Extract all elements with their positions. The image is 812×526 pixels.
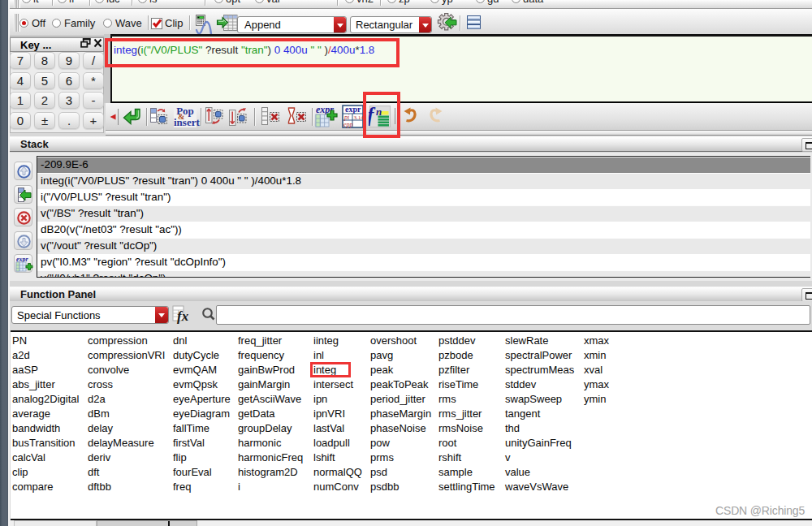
svg-text:expr: expr (345, 105, 361, 114)
svg-text:expr: expr (16, 256, 29, 263)
svg-text:epp: epp (343, 121, 353, 128)
svg-text:fx: fx (177, 308, 189, 324)
svg-text:pi: pi (343, 114, 349, 121)
